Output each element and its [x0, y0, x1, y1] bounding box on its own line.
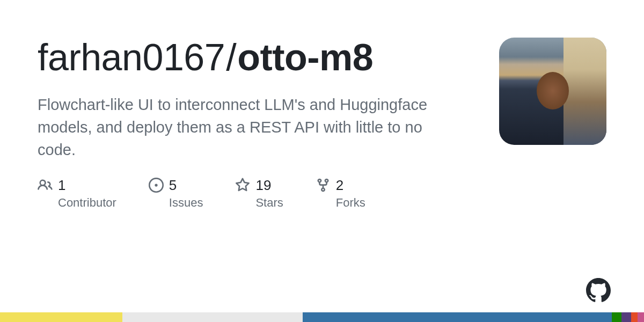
repo-title: farhan0167/otto-m8 [38, 38, 413, 78]
star-icon [235, 178, 250, 193]
github-logo-icon[interactable] [586, 278, 611, 303]
repo-owner[interactable]: farhan0167 [38, 36, 225, 78]
title-slash: / [226, 36, 236, 78]
language-segment [303, 312, 612, 322]
language-segment [612, 312, 621, 322]
issues-value: 5 [169, 177, 177, 194]
forks-label: Forks [336, 196, 365, 210]
repo-name[interactable]: otto-m8 [237, 36, 373, 78]
fork-icon [316, 178, 331, 193]
stats-row: 1 Contributor 5 Issues 19 Stars [38, 177, 478, 210]
language-bar [0, 312, 644, 322]
language-segment [621, 312, 631, 322]
issue-icon [149, 178, 164, 193]
contributors-label: Contributor [58, 196, 116, 210]
contributors-value: 1 [58, 177, 65, 194]
stars-label: Stars [255, 196, 283, 210]
issues-label: Issues [169, 196, 203, 210]
forks-value: 2 [336, 177, 343, 194]
contributors-stat[interactable]: 1 Contributor [38, 177, 116, 210]
people-icon [38, 178, 53, 193]
language-segment [638, 312, 644, 322]
issues-stat[interactable]: 5 Issues [149, 177, 203, 210]
language-segment [631, 312, 638, 322]
forks-stat[interactable]: 2 Forks [316, 177, 365, 210]
language-segment [122, 312, 303, 322]
stars-value: 19 [255, 177, 271, 194]
repo-description: Flowchart-like UI to interconnect LLM's … [38, 93, 440, 161]
avatar[interactable] [499, 38, 606, 145]
language-segment [0, 312, 122, 322]
stars-stat[interactable]: 19 Stars [235, 177, 283, 210]
